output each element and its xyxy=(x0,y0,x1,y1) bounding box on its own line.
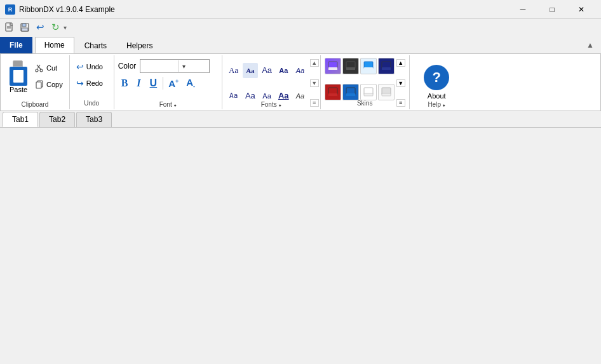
svg-rect-21 xyxy=(328,93,337,96)
main-content xyxy=(0,128,601,364)
color-label: Color xyxy=(118,62,137,71)
copy-button[interactable]: Copy xyxy=(32,77,65,92)
undo-group-label: Undo xyxy=(84,100,99,107)
font-group: Color ▾ B I U A+ A- Font ⬥ xyxy=(114,55,222,109)
color-picker[interactable]: ▾ xyxy=(140,59,210,73)
skin-blue-light[interactable] xyxy=(360,58,377,74)
help-group-expand[interactable]: ⬥ xyxy=(442,102,445,108)
svg-rect-15 xyxy=(346,67,355,70)
svg-rect-23 xyxy=(346,93,355,96)
skins-group-label: Skins xyxy=(357,100,372,107)
minimize-button[interactable]: ─ xyxy=(508,0,537,19)
svg-rect-25 xyxy=(364,93,373,96)
close-button[interactable]: ✕ xyxy=(567,0,596,19)
svg-rect-13 xyxy=(328,67,337,70)
copy-label: Copy xyxy=(46,81,63,88)
clipboard-group: Paste Cut Copy Clipboard xyxy=(1,55,70,109)
undo-label: Undo xyxy=(86,63,103,71)
color-swatch xyxy=(141,60,179,72)
skins-scroll-down[interactable]: ▼ xyxy=(396,79,405,87)
font-sample-5[interactable]: Aa xyxy=(292,63,307,78)
skins-group: ▲ ▼ ≡ Skins xyxy=(321,55,410,109)
cut-label: Cut xyxy=(46,64,57,72)
window-controls: ─ □ ✕ xyxy=(508,0,596,19)
qa-dropdown-button[interactable]: ▾ xyxy=(64,24,67,31)
fonts-scroll-down[interactable]: ▼ xyxy=(310,79,319,87)
skins-scroll-up[interactable]: ▲ xyxy=(396,59,405,67)
font-group-label: Font xyxy=(159,101,172,108)
title-bar: R RibbonDX v1.9.0.4 Example ─ □ ✕ xyxy=(0,0,601,19)
tab-charts[interactable]: Charts xyxy=(75,37,116,53)
app-title: RibbonDX v1.9.0.4 Example xyxy=(19,5,115,14)
qa-undo-button[interactable]: ↩ xyxy=(33,20,47,34)
font-grow-button[interactable]: A+ xyxy=(166,77,181,90)
cut-button[interactable]: Cut xyxy=(32,60,65,76)
skin-dark-blue[interactable] xyxy=(378,58,395,74)
quick-access-toolbar: ↩ ↻ ▾ xyxy=(0,19,601,36)
paste-label: Paste xyxy=(10,86,27,93)
undo-group: ↩ Undo ↪ Redo Undo xyxy=(70,55,114,109)
font-sample-3[interactable]: Aa xyxy=(259,63,274,78)
tab-helpers[interactable]: Helpers xyxy=(117,37,162,53)
clipboard-label: Clipboard xyxy=(3,101,67,108)
redo-label: Redo xyxy=(86,79,103,87)
maximize-button[interactable]: □ xyxy=(537,0,567,19)
skin-dark1[interactable] xyxy=(342,58,359,74)
app-icon: R xyxy=(5,4,15,15)
qa-save-button[interactable] xyxy=(18,20,32,34)
color-dropdown-arrow[interactable]: ▾ xyxy=(180,63,188,70)
svg-rect-4 xyxy=(22,24,26,27)
tab-file[interactable]: File xyxy=(0,37,32,53)
redo-button[interactable]: ↪ Redo xyxy=(74,76,110,91)
content-tabs: Tab1 Tab2 Tab3 xyxy=(0,111,601,128)
font-group-expand[interactable]: ⬥ xyxy=(173,102,177,108)
about-label: About xyxy=(428,92,446,100)
content-tab-2[interactable]: Tab2 xyxy=(39,112,75,127)
ribbon-tabs: File Home Charts Helpers xyxy=(0,36,163,53)
svg-rect-11 xyxy=(36,82,41,88)
svg-point-8 xyxy=(36,69,38,72)
qa-redo-button[interactable]: ↻ xyxy=(48,20,62,34)
svg-rect-27 xyxy=(382,93,391,96)
paste-button[interactable]: Paste xyxy=(4,58,32,96)
underline-button[interactable]: U xyxy=(147,76,161,90)
font-sample-4[interactable]: Aa xyxy=(276,63,291,78)
fonts-scroll-up[interactable]: ▲ xyxy=(310,59,319,67)
redo-icon: ↪ xyxy=(76,78,84,88)
bold-button[interactable]: B xyxy=(118,76,132,90)
help-group-label: Help xyxy=(428,101,441,108)
font-sample-2[interactable]: Aa xyxy=(243,63,258,78)
help-group: ? About Help ⬥ xyxy=(410,55,464,109)
svg-rect-19 xyxy=(382,67,391,70)
about-icon: ? xyxy=(424,65,449,90)
copy-icon xyxy=(35,80,44,89)
svg-rect-5 xyxy=(22,28,28,31)
italic-button[interactable]: I xyxy=(133,76,144,90)
cut-icon xyxy=(35,64,44,72)
fonts-group-expand[interactable]: ⬥ xyxy=(278,102,281,108)
content-tab-1[interactable]: Tab1 xyxy=(3,112,38,127)
undo-button[interactable]: ↩ Undo xyxy=(74,59,110,74)
font-shrink-button[interactable]: A- xyxy=(184,76,198,91)
tab-home[interactable]: Home xyxy=(35,37,74,53)
qa-new-button[interactable] xyxy=(3,20,17,34)
fonts-group-label: Fonts xyxy=(261,101,277,108)
ribbon-collapse-button[interactable]: ▲ xyxy=(582,37,598,53)
svg-point-9 xyxy=(40,69,43,72)
fonts-group: Aa Aa Aa Aa Aa Aa Aa Aa Aa Aa ▲ ▼ ≡ Font… xyxy=(222,55,321,109)
skin-purple[interactable] xyxy=(325,58,341,74)
content-tab-3[interactable]: Tab3 xyxy=(76,112,112,127)
ribbon-panel: Paste Cut Copy Clipboard xyxy=(0,54,601,111)
about-button[interactable]: ? About xyxy=(417,62,456,102)
svg-rect-17 xyxy=(364,67,373,70)
undo-icon: ↩ xyxy=(76,62,84,72)
font-sample-1[interactable]: Aa xyxy=(226,63,241,78)
